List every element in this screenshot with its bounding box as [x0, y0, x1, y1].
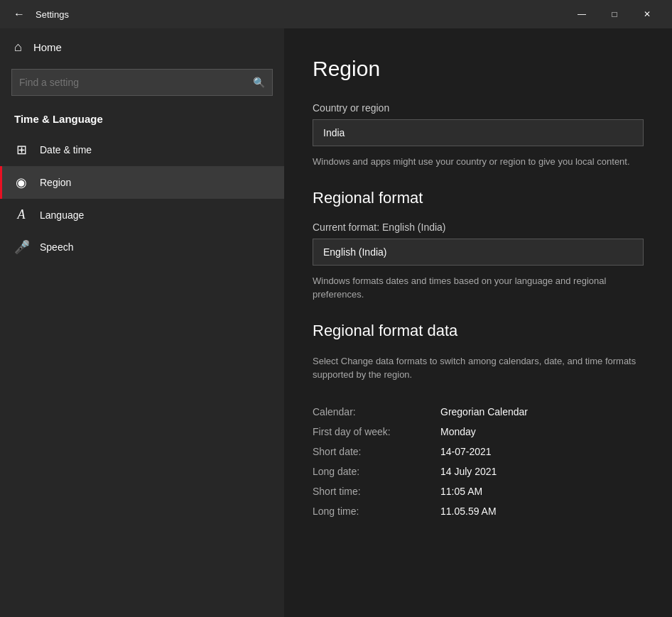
region-icon: ◉	[14, 175, 28, 190]
row-label: Calendar:	[313, 402, 440, 422]
row-label: Short time:	[313, 481, 440, 501]
sidebar-language-label: Language	[40, 209, 84, 221]
row-value: 11:05 AM	[440, 481, 644, 501]
maximize-button[interactable]: □	[598, 0, 631, 28]
sidebar-item-home[interactable]: ⌂ Home	[0, 28, 284, 66]
speech-icon: 🎤	[14, 239, 28, 255]
sidebar: ⌂ Home 🔍 Time & Language ⊞ Date & time ◉…	[0, 28, 284, 617]
language-icon: A	[14, 207, 28, 222]
search-icon: 🔍	[253, 77, 265, 88]
table-row: First day of week: Monday	[313, 422, 644, 442]
sidebar-section-title: Time & Language	[0, 107, 284, 133]
home-icon: ⌂	[14, 40, 22, 55]
date-time-icon: ⊞	[14, 142, 28, 158]
current-format-label: Current format: English (India)	[313, 222, 644, 233]
search-box[interactable]: 🔍	[11, 69, 273, 96]
close-icon: ✕	[644, 9, 651, 19]
format-dropdown[interactable]: English (India)	[313, 239, 644, 266]
regional-format-heading: Regional format	[313, 189, 644, 207]
back-icon: ←	[13, 8, 25, 21]
home-label: Home	[33, 41, 62, 53]
regional-data-helper: Select Change data formats to switch amo…	[313, 354, 644, 382]
country-label: Country or region	[313, 102, 644, 114]
sidebar-date-time-label: Date & time	[40, 144, 92, 155]
row-label: Long time:	[313, 501, 440, 521]
minimize-button[interactable]: —	[565, 0, 598, 28]
row-value: Gregorian Calendar	[440, 402, 644, 422]
window-controls: — □ ✕	[565, 0, 663, 28]
search-input[interactable]	[19, 77, 253, 88]
row-label: Short date:	[313, 442, 440, 462]
sidebar-region-label: Region	[40, 177, 71, 188]
app-title: Settings	[36, 9, 69, 20]
table-row: Long date: 14 July 2021	[313, 462, 644, 481]
sidebar-item-region[interactable]: ◉ Region	[0, 166, 284, 199]
main-layout: ⌂ Home 🔍 Time & Language ⊞ Date & time ◉…	[0, 28, 672, 617]
table-row: Calendar: Gregorian Calendar	[313, 402, 644, 422]
back-button[interactable]: ←	[9, 4, 30, 25]
sidebar-item-language[interactable]: A Language	[0, 199, 284, 231]
regional-data-table: Calendar: Gregorian Calendar First day o…	[313, 402, 644, 521]
sidebar-speech-label: Speech	[40, 241, 73, 253]
minimize-icon: —	[578, 9, 586, 19]
title-bar: ← Settings — □ ✕	[0, 0, 672, 28]
country-helper: Windows and apps might use your country …	[313, 155, 644, 169]
format-helper: Windows formats dates and times based on…	[313, 274, 644, 302]
row-value: Monday	[440, 422, 644, 442]
country-dropdown[interactable]: India	[313, 119, 644, 146]
regional-data-heading: Regional format data	[313, 322, 644, 340]
row-label: First day of week:	[313, 422, 440, 442]
table-row: Long time: 11.05.59 AM	[313, 501, 644, 521]
row-label: Long date:	[313, 462, 440, 481]
table-row: Short date: 14-07-2021	[313, 442, 644, 462]
content-panel: Region Country or region India Windows a…	[284, 28, 672, 617]
row-value: 14-07-2021	[440, 442, 644, 462]
maximize-icon: □	[612, 9, 617, 19]
close-button[interactable]: ✕	[631, 0, 663, 28]
sidebar-item-speech[interactable]: 🎤 Speech	[0, 231, 284, 263]
table-row: Short time: 11:05 AM	[313, 481, 644, 501]
page-title: Region	[313, 57, 644, 81]
row-value: 14 July 2021	[440, 462, 644, 481]
row-value: 11.05.59 AM	[440, 501, 644, 521]
sidebar-item-date-time[interactable]: ⊞ Date & time	[0, 133, 284, 166]
